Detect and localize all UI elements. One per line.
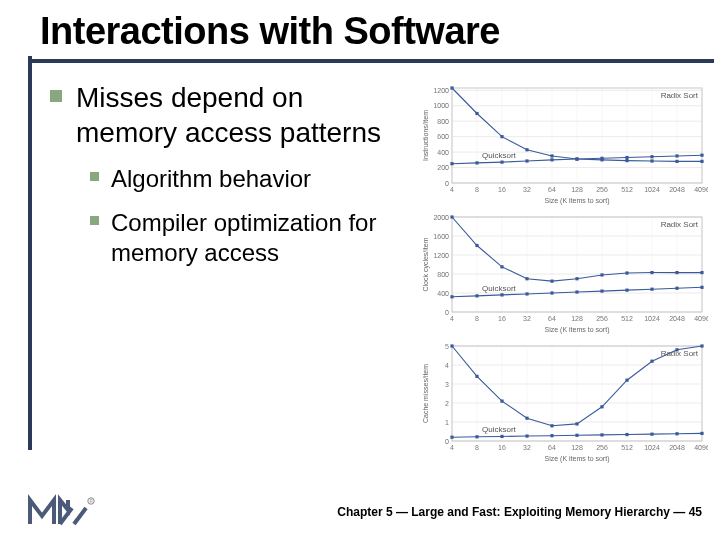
svg-text:4096: 4096 bbox=[694, 444, 708, 451]
svg-rect-48 bbox=[450, 162, 453, 165]
svg-text:2048: 2048 bbox=[669, 186, 685, 193]
svg-rect-57 bbox=[675, 154, 678, 157]
svg-rect-99 bbox=[475, 244, 478, 247]
svg-rect-58 bbox=[700, 154, 703, 157]
svg-text:5: 5 bbox=[445, 343, 449, 350]
svg-rect-177 bbox=[625, 433, 628, 436]
publisher-logo: R bbox=[28, 494, 98, 530]
svg-rect-52 bbox=[550, 158, 553, 161]
chart-instructions: 0200400600800100012004816326412825651210… bbox=[418, 80, 708, 205]
svg-text:512: 512 bbox=[621, 444, 633, 451]
svg-rect-39 bbox=[500, 135, 503, 138]
svg-text:1200: 1200 bbox=[433, 252, 449, 259]
svg-text:256: 256 bbox=[596, 444, 608, 451]
svg-rect-50 bbox=[500, 161, 503, 164]
svg-rect-170 bbox=[450, 436, 453, 439]
svg-text:3: 3 bbox=[445, 381, 449, 388]
svg-rect-55 bbox=[625, 156, 628, 159]
svg-rect-54 bbox=[600, 157, 603, 160]
svg-text:0: 0 bbox=[445, 180, 449, 187]
svg-rect-45 bbox=[650, 159, 653, 162]
svg-rect-175 bbox=[575, 434, 578, 437]
svg-rect-102 bbox=[550, 280, 553, 283]
svg-text:600: 600 bbox=[437, 133, 449, 140]
svg-rect-56 bbox=[650, 155, 653, 158]
svg-rect-179 bbox=[675, 432, 678, 435]
svg-text:8: 8 bbox=[475, 186, 479, 193]
svg-text:32: 32 bbox=[523, 186, 531, 193]
svg-rect-169 bbox=[700, 344, 703, 347]
svg-text:64: 64 bbox=[548, 444, 556, 451]
svg-text:Quicksort: Quicksort bbox=[482, 284, 517, 293]
svg-rect-164 bbox=[575, 422, 578, 425]
svg-text:Cache misses/item: Cache misses/item bbox=[422, 364, 429, 423]
svg-rect-160 bbox=[475, 375, 478, 378]
svg-text:Quicksort: Quicksort bbox=[482, 151, 517, 160]
bullet-item: Misses depend on memory access patterns bbox=[50, 80, 390, 150]
svg-rect-161 bbox=[500, 400, 503, 403]
footer: R Chapter 5 — Large and Fast: Exploiting… bbox=[0, 494, 720, 530]
svg-text:400: 400 bbox=[437, 290, 449, 297]
square-bullet-icon bbox=[50, 90, 62, 102]
svg-rect-51 bbox=[525, 159, 528, 162]
svg-rect-111 bbox=[500, 293, 503, 296]
svg-text:16: 16 bbox=[498, 444, 506, 451]
svg-rect-46 bbox=[675, 160, 678, 163]
svg-text:Size (K items to sort): Size (K items to sort) bbox=[545, 197, 610, 205]
svg-text:4096: 4096 bbox=[694, 315, 708, 322]
svg-rect-109 bbox=[450, 295, 453, 298]
svg-text:4: 4 bbox=[450, 186, 454, 193]
left-vertical-rule bbox=[28, 56, 32, 450]
slide: Interactions with Software Misses depend… bbox=[0, 0, 720, 540]
svg-text:1000: 1000 bbox=[433, 102, 449, 109]
svg-rect-166 bbox=[625, 379, 628, 382]
chart-clock-cycles: 0400800120016002000481632641282565121024… bbox=[418, 209, 708, 334]
svg-text:800: 800 bbox=[437, 271, 449, 278]
svg-text:32: 32 bbox=[523, 444, 531, 451]
svg-text:2: 2 bbox=[445, 400, 449, 407]
svg-text:Size (K items to sort): Size (K items to sort) bbox=[545, 326, 610, 334]
svg-text:4: 4 bbox=[450, 444, 454, 451]
svg-rect-105 bbox=[625, 271, 628, 274]
page-title: Interactions with Software bbox=[0, 0, 720, 59]
svg-text:128: 128 bbox=[571, 444, 583, 451]
svg-rect-115 bbox=[600, 290, 603, 293]
svg-rect-176 bbox=[600, 433, 603, 436]
svg-rect-112 bbox=[525, 292, 528, 295]
svg-rect-44 bbox=[625, 159, 628, 162]
svg-text:2048: 2048 bbox=[669, 444, 685, 451]
svg-rect-163 bbox=[550, 424, 553, 427]
svg-rect-106 bbox=[650, 271, 653, 274]
svg-rect-117 bbox=[650, 288, 653, 291]
svg-text:800: 800 bbox=[437, 118, 449, 125]
svg-text:1600: 1600 bbox=[433, 233, 449, 240]
title-area: Interactions with Software bbox=[0, 0, 720, 63]
svg-text:Instructions/item: Instructions/item bbox=[422, 110, 429, 161]
svg-text:128: 128 bbox=[571, 315, 583, 322]
svg-text:256: 256 bbox=[596, 186, 608, 193]
svg-rect-41 bbox=[550, 154, 553, 157]
svg-text:512: 512 bbox=[621, 315, 633, 322]
svg-text:1024: 1024 bbox=[644, 315, 660, 322]
sub-bullet-item: Algorithm behavior bbox=[90, 164, 390, 194]
svg-text:16: 16 bbox=[498, 186, 506, 193]
svg-text:0: 0 bbox=[445, 438, 449, 445]
svg-text:64: 64 bbox=[548, 315, 556, 322]
svg-rect-47 bbox=[700, 160, 703, 163]
svg-rect-162 bbox=[525, 417, 528, 420]
svg-text:4: 4 bbox=[445, 362, 449, 369]
svg-rect-116 bbox=[625, 289, 628, 292]
svg-rect-171 bbox=[475, 435, 478, 438]
svg-text:Size (K items to sort): Size (K items to sort) bbox=[545, 455, 610, 463]
svg-text:2048: 2048 bbox=[669, 315, 685, 322]
svg-rect-174 bbox=[550, 434, 553, 437]
svg-rect-101 bbox=[525, 277, 528, 280]
svg-text:32: 32 bbox=[523, 315, 531, 322]
svg-rect-98 bbox=[450, 215, 453, 218]
svg-rect-107 bbox=[675, 271, 678, 274]
svg-rect-172 bbox=[500, 435, 503, 438]
svg-rect-100 bbox=[500, 265, 503, 268]
svg-rect-40 bbox=[525, 148, 528, 151]
square-bullet-icon bbox=[90, 216, 99, 225]
svg-text:8: 8 bbox=[475, 315, 479, 322]
